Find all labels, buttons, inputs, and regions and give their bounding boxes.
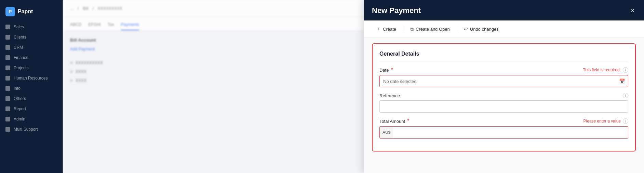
date-label: Date	[379, 68, 389, 73]
hr-icon	[5, 76, 10, 81]
toolbar-divider-2	[457, 26, 457, 32]
reference-field-row: Reference i	[379, 93, 628, 113]
undo-icon: ↩	[464, 26, 468, 32]
date-info-icon[interactable]: i	[623, 67, 628, 73]
sidebar-item-projects[interactable]: Projects	[0, 63, 63, 73]
finance-icon	[5, 55, 10, 60]
sidebar-item-label: Report	[14, 106, 26, 111]
sidebar-item-crm[interactable]: CRM	[0, 42, 63, 53]
total-amount-input[interactable]	[393, 126, 628, 139]
panel-title: New Payment	[372, 6, 421, 15]
general-details-card: General Details Date * This field is req…	[372, 43, 636, 152]
breadcrumb-part-2: Bill	[83, 6, 88, 11]
list-dot	[70, 70, 73, 73]
toolbar-divider-1	[403, 26, 403, 32]
sidebar-item-label: Clients	[14, 35, 26, 40]
tab-efghi[interactable]: EFGHI	[88, 19, 101, 30]
total-amount-error-message: Please enter a value	[583, 119, 621, 124]
logo-text: Papnt	[18, 9, 33, 15]
admin-icon	[5, 117, 10, 121]
undo-changes-label: Undo changes	[470, 27, 499, 32]
tab-abcd[interactable]: ABCD	[70, 19, 81, 30]
multi-support-icon	[5, 127, 10, 132]
breadcrumb-separator: /	[78, 6, 79, 11]
clients-icon	[5, 35, 10, 40]
crm-icon	[5, 45, 10, 50]
create-and-open-label: Create and Open	[416, 27, 450, 32]
general-details-title: General Details	[379, 51, 628, 61]
sidebar-item-label: Others	[14, 96, 26, 101]
list-dot	[70, 79, 73, 82]
panel-toolbar: ＋ Create ⧉ Create and Open ↩ Undo change…	[364, 20, 644, 38]
sidebar-item-label: Human Resources	[14, 76, 48, 81]
sidebar-item-label: Sales	[14, 25, 24, 29]
date-required-star: *	[391, 67, 393, 73]
total-amount-input-wrapper: AU$	[379, 126, 628, 139]
reference-label: Reference	[379, 93, 400, 98]
new-payment-panel: New Payment × ＋ Create ⧉ Create and Open…	[364, 0, 644, 173]
report-icon	[5, 106, 10, 111]
date-input-wrapper: 📅	[379, 75, 628, 87]
date-error-message: This field is required.	[583, 68, 621, 72]
reference-input[interactable]	[379, 100, 628, 113]
reference-input-wrapper	[379, 100, 628, 113]
sidebar-item-hr[interactable]: Human Resources	[0, 73, 63, 83]
total-amount-label-row: Total Amount * Please enter a value i	[379, 118, 628, 124]
projects-icon	[5, 66, 10, 70]
add-payment-link[interactable]: Add Payment	[70, 47, 357, 52]
logo-icon: P	[5, 7, 15, 16]
section-heading: Bill Account	[70, 38, 357, 43]
main-content-background: ... / Bill / XXXXXXXXX ABCD EFGHI Tax Pa…	[63, 0, 364, 173]
sidebar-item-label: Multi Support	[14, 127, 38, 132]
sidebar-logo[interactable]: P Papnt	[0, 4, 63, 22]
list-item: XXXX	[70, 76, 357, 85]
total-amount-info-icon[interactable]: i	[623, 118, 628, 124]
sidebar-item-info[interactable]: Info	[0, 83, 63, 93]
tab-payments[interactable]: Payments	[121, 19, 139, 30]
currency-prefix: AU$	[379, 126, 393, 139]
others-icon	[5, 96, 10, 101]
sidebar-item-clients[interactable]: Clients	[0, 32, 63, 42]
tab-tax[interactable]: Tax	[108, 19, 114, 30]
date-label-row: Date * This field is required. i	[379, 67, 628, 73]
breadcrumb-part-1: ...	[70, 6, 73, 11]
create-button-label: Create	[383, 27, 396, 32]
sidebar-item-others[interactable]: Others	[0, 93, 63, 104]
date-input[interactable]	[379, 75, 628, 87]
list-item: XXXX	[70, 67, 357, 76]
sidebar-item-label: Projects	[14, 66, 28, 70]
plus-icon: ＋	[376, 26, 381, 32]
reference-info-icon[interactable]: i	[623, 93, 628, 98]
create-open-icon: ⧉	[410, 26, 414, 32]
total-amount-required-star: *	[407, 118, 409, 124]
sidebar: P Papnt Sales Clients CRM Finance Projec…	[0, 0, 63, 173]
sidebar-item-multi-support[interactable]: Multi Support	[0, 124, 63, 134]
create-button[interactable]: ＋ Create	[372, 24, 400, 34]
create-and-open-button[interactable]: ⧉ Create and Open	[406, 24, 454, 34]
total-amount-label: Total Amount	[379, 119, 405, 124]
close-button[interactable]: ×	[629, 6, 636, 15]
total-amount-field-row: Total Amount * Please enter a value i AU…	[379, 118, 628, 139]
sidebar-item-finance[interactable]: Finance	[0, 53, 63, 63]
list-item: XXXXXXXXXX	[70, 58, 357, 67]
sidebar-item-label: CRM	[14, 45, 23, 50]
sidebar-item-label: Finance	[14, 55, 28, 60]
panel-header: New Payment ×	[364, 0, 644, 20]
sidebar-item-report[interactable]: Report	[0, 104, 63, 114]
sidebar-item-label: Info	[14, 86, 21, 91]
undo-changes-button[interactable]: ↩ Undo changes	[460, 24, 503, 34]
sales-icon	[5, 25, 10, 29]
breadcrumb-separator2: /	[92, 6, 93, 11]
panel-body: General Details Date * This field is req…	[364, 38, 644, 173]
reference-label-row: Reference i	[379, 93, 628, 98]
list-dot	[70, 61, 73, 64]
sidebar-item-label: Admin	[14, 117, 25, 121]
info-icon	[5, 86, 10, 91]
date-field-row: Date * This field is required. i 📅	[379, 67, 628, 87]
sidebar-item-admin[interactable]: Admin	[0, 114, 63, 124]
sidebar-item-sales[interactable]: Sales	[0, 22, 63, 32]
breadcrumb-part-3: XXXXXXXXX	[98, 6, 122, 11]
